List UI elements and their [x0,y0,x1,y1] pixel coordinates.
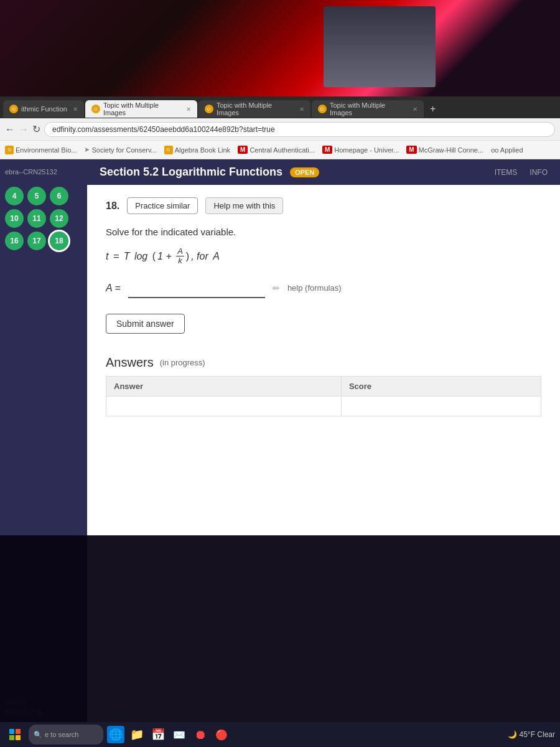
help-me-button[interactable]: Help me with this [205,197,283,214]
formula-display: t = T log ( 1 + A k ) , for A [106,247,541,266]
bookmark-env-bio[interactable]: ⊙ Environmental Bio... [5,146,77,154]
taskbar-mail-icon[interactable]: ✉️ [170,726,188,743]
bookmark-label-4: Central Authenticati... [250,146,315,154]
bookmark-m-icon-1: M [238,146,248,154]
fraction-A-over-k: A k [176,247,184,266]
tab-close-2[interactable]: ✕ [186,106,191,113]
bookmark-m-icon-3: M [406,146,416,154]
tab-label-3: Topic with Multiple Images [217,101,294,116]
section-title: Section 5.2 Logarithmic Functions [100,166,282,179]
pencil-icon: ✏ [273,283,280,293]
bookmark-society[interactable]: ➤ Society for Conserv... [84,146,156,154]
tab-topic-3[interactable]: ⊙ Topic with Multiple Images ✕ [198,100,310,118]
bookmark-label-1: Environmental Bio... [16,146,77,154]
weather-icon: 🌙 [508,730,517,739]
info-label: INFO [530,168,548,177]
problem-bubble-5[interactable]: 5 [27,187,46,205]
problem-instruction: Solve for the indicated variable. [106,227,541,237]
bookmark-applied[interactable]: oo Applied [491,146,523,154]
problem-bubble-6[interactable]: 6 [50,187,68,205]
answer-input[interactable] [128,278,265,298]
tab-icon-4: ⊙ [318,105,327,113]
weather-text-label: 45°F Clear [520,730,556,739]
tab-label-2: Topic with Multiple Images [103,101,180,116]
answer-col-header: Answer [106,376,342,396]
camera-area [0,0,560,96]
bubble-row-2: 10 11 12 [5,209,82,228]
table-row [106,396,541,416]
in-progress-label: (in progress) [160,358,205,367]
taskbar-calendar-icon[interactable]: 📅 [149,726,167,743]
search-taskbar-button[interactable]: 🔍 e to search [29,725,103,745]
practice-similar-button[interactable]: Practice similar [127,197,198,214]
bubble-row-1: 4 5 6 [5,187,82,205]
help-formulas-link[interactable]: help (formulas) [287,283,342,293]
score-cell [341,396,541,416]
bookmark-icon-2: ⊙ [164,146,173,154]
svg-rect-2 [9,735,14,740]
taskbar-folder-icon[interactable]: 📁 [128,726,146,743]
bookmark-arrow-1: ➤ [84,146,90,154]
tab-icon-1: ⊙ [9,105,18,113]
tab-label-4: Topic with Multiple Images [330,101,407,116]
answers-title: Answers (in progress) [106,355,541,370]
bookmark-algebra[interactable]: ⊙ Algebra Book Link [164,146,230,154]
section-header: Section 5.2 Logarithmic Functions OPEN I… [87,159,560,185]
bookmark-homepage[interactable]: M Homepage - Univer... [322,146,399,154]
taskbar-media-icon[interactable]: ⏺ [192,726,209,743]
taskbar-chrome-icon[interactable]: 🔴 [213,726,230,743]
bookmarks-bar: ⊙ Environmental Bio... ➤ Society for Con… [0,141,560,159]
bookmark-icon-1: ⊙ [5,146,14,154]
tab-label-1: ithmic Function [21,105,67,113]
bookmark-label-6: McGraw-Hill Conne... [419,146,484,154]
problem-bubble-11[interactable]: 11 [27,209,46,228]
items-label: ITEMS [495,168,518,177]
url-input[interactable]: edfinity.com/assessments/62450aeebdd6a10… [44,122,555,137]
svg-rect-1 [16,729,21,734]
problem-bubble-18[interactable]: 18 [50,232,68,250]
tab-close-1[interactable]: ✕ [73,106,78,113]
tab-topic-4[interactable]: ⊙ Topic with Multiple Images ✕ [312,100,424,118]
answer-row: A = ✏ help (formulas) [106,278,541,298]
problem-area: 18. Practice similar Help me with this S… [87,185,560,429]
bookmark-mcgraw[interactable]: M McGraw-Hill Conne... [406,146,483,154]
reload-button[interactable]: ↻ [32,123,40,135]
weather-display: 🌙 45°F Clear [508,730,556,739]
forward-button[interactable]: → [19,124,29,135]
problem-bubble-17[interactable]: 17 [27,232,46,250]
url-text: edfinity.com/assessments/62450aeebdd6a10… [52,125,275,134]
tab-topic-active[interactable]: ⊙ Topic with Multiple Images ✕ [85,100,197,118]
answer-label: A = [106,283,121,294]
start-button[interactable] [5,725,25,745]
tab-icon-2: ⊙ [91,105,100,113]
open-badge: OPEN [290,167,319,177]
bookmark-label-3: Algebra Book Link [175,146,230,154]
bubble-row-3: 16 17 18 [5,232,82,250]
bookmark-central[interactable]: M Central Authenticati... [238,146,315,154]
problem-bubble-16[interactable]: 16 [5,232,24,250]
problem-header: 18. Practice similar Help me with this [106,197,541,214]
submit-answer-button[interactable]: Submit answer [106,314,185,334]
taskbar-browser-icon[interactable]: 🌐 [107,726,124,743]
search-taskbar-icon: 🔍 [34,731,42,739]
problem-bubble-12[interactable]: 12 [50,209,68,228]
problem-bubble-10[interactable]: 10 [5,209,24,228]
answers-section: Answers (in progress) Answer Score [106,355,541,416]
taskbar-right: 🌙 45°F Clear [508,730,556,739]
back-button[interactable]: ← [5,124,15,135]
section-header-right: ITEMS INFO [495,168,548,177]
address-bar: ← → ↻ edfinity.com/assessments/62450aeeb… [0,118,560,141]
problem-bubble-4[interactable]: 4 [5,187,24,205]
answer-cell [106,396,342,416]
problem-number: 18. [106,200,119,212]
bookmark-label-2: Society for Conserv... [91,146,156,154]
dark-overlay [0,535,560,722]
tab-logarithmic[interactable]: ⊙ ithmic Function ✕ [3,100,84,118]
tab-close-4[interactable]: ✕ [413,106,418,113]
taskbar: 🔍 e to search 🌐 📁 📅 ✉️ ⏺ 🔴 🌙 45°F Clear [0,722,560,747]
bookmark-label-7: oo Applied [491,146,523,154]
windows-icon [9,729,21,740]
svg-rect-0 [9,729,14,734]
tab-close-3[interactable]: ✕ [299,106,304,113]
new-tab-button[interactable]: + [425,103,441,115]
